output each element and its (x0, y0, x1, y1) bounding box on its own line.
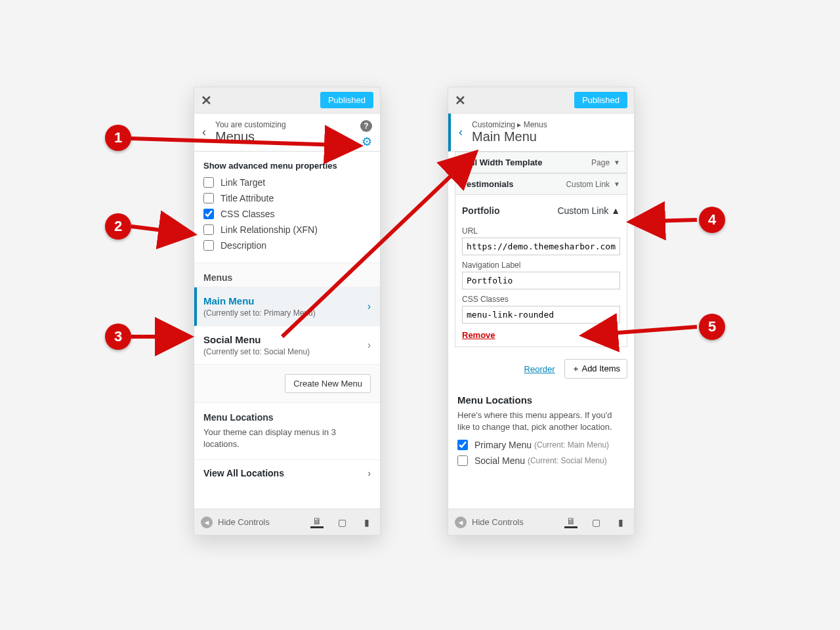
close-icon[interactable]: ✕ (201, 93, 212, 108)
customizer-panel-mainmenu: ✕ Published ‹ Customizing ▸ Menus Main M… (448, 87, 635, 536)
menu-items-list: Full Width Template Page▼ Testimonials C… (448, 152, 634, 385)
chevron-back-icon[interactable]: ‹ (459, 125, 472, 139)
menu-item-name: Portfolio (462, 205, 500, 216)
remove-link[interactable]: Remove (462, 330, 495, 340)
tablet-icon[interactable]: ▢ (335, 516, 348, 528)
menu-item-row[interactable]: Testimonials Custom Link▼ (455, 173, 627, 195)
menu-locations-block: Menu Locations Your theme can display me… (194, 403, 380, 459)
menu-item-header[interactable]: Portfolio Custom Link ▲ (462, 201, 620, 221)
reorder-link[interactable]: Reorder (524, 364, 555, 374)
menu-subtitle: (Currently set to: Primary Menu) (203, 308, 371, 318)
menu-locations-label: Menu Locations (203, 412, 371, 423)
device-preview-icons: 🖥 ▢ ▮ (310, 516, 373, 528)
menu-locations-desc: Your theme can display menus in 3 locati… (203, 427, 371, 450)
annotation-badge-1: 1 (105, 125, 131, 151)
svg-line-1 (131, 226, 194, 234)
panel-topbar: ✕ Published (194, 87, 380, 114)
customizer-panel-menus: ✕ Published ‹ You are customizing Menus … (194, 87, 381, 536)
menu-subtitle: (Currently set to: Social Menu) (203, 347, 371, 356)
menu-row-main[interactable]: Main Menu (Currently set to: Primary Men… (194, 287, 380, 326)
gear-icon[interactable]: ⚙ (360, 135, 372, 149)
checkbox-title-attribute[interactable]: Title Attribute (203, 193, 371, 203)
publish-button[interactable]: Published (574, 92, 627, 108)
svg-line-4 (630, 220, 697, 222)
header-icons: ? ⚙ (360, 120, 372, 149)
menu-locations-desc: Here's where this menu appears. If you'd… (457, 410, 625, 433)
panel-topbar: ✕ Published (448, 87, 634, 114)
desktop-icon[interactable]: 🖥 (310, 516, 324, 528)
create-menu-button[interactable]: Create New Menu (285, 374, 371, 393)
panel-footer: ◄ Hide Controls 🖥 ▢ ▮ (194, 509, 380, 535)
help-icon[interactable]: ? (360, 120, 372, 132)
checkbox-link-relationship[interactable]: Link Relationship (XFN) (203, 224, 371, 235)
mobile-icon[interactable]: ▮ (614, 516, 627, 528)
hide-controls[interactable]: ◄ Hide Controls (455, 516, 524, 528)
hide-controls[interactable]: ◄ Hide Controls (201, 516, 270, 528)
collapse-icon: ◄ (455, 516, 467, 528)
chevron-right-icon: › (368, 468, 371, 478)
create-menu-bar: Create New Menu (194, 365, 380, 403)
close-icon[interactable]: ✕ (455, 93, 466, 108)
chevron-right-icon: › (368, 339, 371, 351)
css-classes-label: CSS Classes (462, 295, 620, 304)
menu-item-row[interactable]: Full Width Template Page▼ (455, 152, 627, 173)
header-breadcrumb: Customizing ▸ Menus (472, 120, 547, 129)
checkbox-link-target[interactable]: Link Target (203, 177, 371, 188)
advanced-properties-block: Show advanced menu properties Link Targe… (194, 152, 380, 263)
menu-item-name: Testimonials (462, 179, 514, 189)
css-classes-input[interactable] (462, 306, 620, 324)
header-text: You are customizing Menus (215, 120, 286, 144)
collapse-icon: ◄ (201, 516, 213, 528)
menu-item-open: Portfolio Custom Link ▲ URL Navigation L… (455, 195, 627, 347)
menu-title: Social Menu (203, 334, 371, 345)
add-items-button[interactable]: ＋ Add Items (564, 359, 627, 379)
reorder-add-row: Reorder ＋ Add Items (455, 352, 627, 385)
desktop-icon[interactable]: 🖥 (564, 516, 578, 528)
checkbox-primary-menu[interactable]: Primary Menu (Current: Main Menu) (457, 440, 625, 450)
menu-title: Main Menu (203, 295, 371, 306)
chevron-back-icon[interactable]: ‹ (202, 125, 215, 139)
tablet-icon[interactable]: ▢ (589, 516, 602, 528)
menu-row-social[interactable]: Social Menu (Currently set to: Social Me… (194, 326, 380, 365)
url-input[interactable] (462, 238, 620, 255)
nav-label-input[interactable] (462, 272, 620, 289)
annotation-badge-5: 5 (699, 314, 725, 340)
annotation-badge-4: 4 (699, 207, 725, 233)
url-label: URL (462, 226, 620, 236)
advanced-properties-title: Show advanced menu properties (203, 161, 371, 171)
panel-header: ‹ You are customizing Menus ? ⚙ (194, 114, 380, 152)
annotation-badge-2: 2 (105, 213, 131, 240)
view-all-locations[interactable]: View All Locations › (194, 459, 380, 486)
menu-item-name: Full Width Template (462, 158, 542, 167)
annotation-badge-3: 3 (105, 324, 131, 350)
menus-section-label: Menus (194, 263, 380, 287)
menu-locations-block: Menu Locations Here's where this menu ap… (448, 385, 634, 480)
menu-locations-label: Menu Locations (457, 394, 625, 406)
panel-header: ‹ Customizing ▸ Menus Main Menu (448, 114, 634, 152)
header-title: Menus (215, 129, 286, 144)
checkbox-description[interactable]: Description (203, 240, 371, 251)
chevron-right-icon: › (368, 301, 371, 312)
publish-button[interactable]: Published (320, 92, 373, 108)
nav-label-label: Navigation Label (462, 261, 620, 270)
checkbox-css-classes[interactable]: CSS Classes (203, 209, 371, 219)
checkbox-social-menu[interactable]: Social Menu (Current: Social Menu) (457, 455, 625, 466)
chevron-up-icon: ▲ (611, 205, 620, 216)
panel-footer: ◄ Hide Controls 🖥 ▢ ▮ (448, 509, 634, 535)
device-preview-icons: 🖥 ▢ ▮ (564, 516, 627, 528)
header-text: Customizing ▸ Menus Main Menu (472, 120, 547, 144)
menu-item-type: Custom Link▼ (566, 180, 620, 189)
chevron-down-icon: ▼ (614, 180, 620, 188)
header-title: Main Menu (472, 129, 547, 144)
menu-item-type: Custom Link ▲ (557, 205, 620, 216)
chevron-down-icon: ▼ (614, 159, 620, 166)
header-small: You are customizing (215, 120, 286, 129)
menu-item-type: Page▼ (591, 158, 620, 167)
mobile-icon[interactable]: ▮ (360, 516, 373, 528)
